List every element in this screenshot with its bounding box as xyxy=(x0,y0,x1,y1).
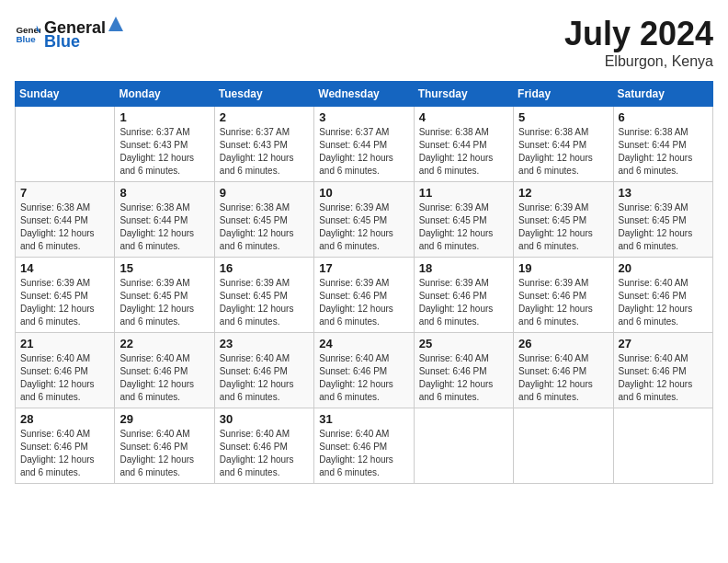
day-number: 15 xyxy=(119,261,209,275)
location-title: Elburgon, Kenya xyxy=(564,53,713,70)
day-number: 6 xyxy=(619,110,708,124)
calendar-cell: 27Sunrise: 6:40 AM Sunset: 6:46 PM Dayli… xyxy=(613,333,712,408)
day-info: Sunrise: 6:40 AM Sunset: 6:46 PM Dayligh… xyxy=(619,277,708,328)
calendar-cell xyxy=(613,408,712,484)
day-number: 16 xyxy=(220,261,309,275)
calendar-cell: 9Sunrise: 6:38 AM Sunset: 6:45 PM Daylig… xyxy=(214,182,313,258)
calendar-week-row: 1Sunrise: 6:37 AM Sunset: 6:43 PM Daylig… xyxy=(16,107,713,182)
weekday-header-thursday: Thursday xyxy=(414,82,513,107)
day-number: 30 xyxy=(220,412,309,426)
weekday-header-monday: Monday xyxy=(115,82,214,107)
day-number: 29 xyxy=(119,412,209,426)
day-number: 23 xyxy=(220,337,309,350)
day-info: Sunrise: 6:40 AM Sunset: 6:46 PM Dayligh… xyxy=(119,352,209,404)
day-info: Sunrise: 6:39 AM Sunset: 6:45 PM Dayligh… xyxy=(119,277,209,328)
calendar-cell: 13Sunrise: 6:39 AM Sunset: 6:45 PM Dayli… xyxy=(613,182,712,258)
day-number: 21 xyxy=(20,337,109,350)
page-header: General Blue General Blue July 2024 Elbu… xyxy=(15,15,713,70)
day-number: 8 xyxy=(119,186,209,200)
month-title: July 2024 xyxy=(564,15,713,53)
day-info: Sunrise: 6:38 AM Sunset: 6:44 PM Dayligh… xyxy=(20,201,109,253)
day-info: Sunrise: 6:38 AM Sunset: 6:44 PM Dayligh… xyxy=(119,201,209,253)
day-number: 14 xyxy=(20,261,109,275)
day-number: 1 xyxy=(119,110,209,124)
day-info: Sunrise: 6:40 AM Sunset: 6:46 PM Dayligh… xyxy=(319,428,408,479)
weekday-header-wednesday: Wednesday xyxy=(314,82,414,107)
calendar-cell: 21Sunrise: 6:40 AM Sunset: 6:46 PM Dayli… xyxy=(16,333,115,408)
day-number: 28 xyxy=(20,412,109,426)
calendar-cell: 10Sunrise: 6:39 AM Sunset: 6:45 PM Dayli… xyxy=(314,182,414,258)
day-number: 11 xyxy=(419,186,508,200)
calendar-week-row: 7Sunrise: 6:38 AM Sunset: 6:44 PM Daylig… xyxy=(16,182,713,258)
day-info: Sunrise: 6:39 AM Sunset: 6:46 PM Dayligh… xyxy=(419,277,508,328)
day-info: Sunrise: 6:39 AM Sunset: 6:45 PM Dayligh… xyxy=(619,201,708,253)
calendar-cell: 16Sunrise: 6:39 AM Sunset: 6:45 PM Dayli… xyxy=(214,258,313,333)
day-info: Sunrise: 6:38 AM Sunset: 6:44 PM Dayligh… xyxy=(419,126,508,178)
calendar-cell: 11Sunrise: 6:39 AM Sunset: 6:45 PM Dayli… xyxy=(414,182,513,258)
day-number: 3 xyxy=(319,110,408,124)
day-info: Sunrise: 6:40 AM Sunset: 6:46 PM Dayligh… xyxy=(20,352,109,404)
day-info: Sunrise: 6:40 AM Sunset: 6:46 PM Dayligh… xyxy=(319,352,408,404)
calendar-cell: 19Sunrise: 6:39 AM Sunset: 6:46 PM Dayli… xyxy=(514,258,613,333)
calendar-week-row: 28Sunrise: 6:40 AM Sunset: 6:46 PM Dayli… xyxy=(16,408,713,484)
calendar-cell: 2Sunrise: 6:37 AM Sunset: 6:43 PM Daylig… xyxy=(214,107,313,182)
day-info: Sunrise: 6:40 AM Sunset: 6:46 PM Dayligh… xyxy=(20,428,109,479)
calendar-cell xyxy=(16,107,115,182)
day-info: Sunrise: 6:39 AM Sunset: 6:46 PM Dayligh… xyxy=(319,277,408,328)
day-number: 25 xyxy=(419,337,508,350)
day-number: 17 xyxy=(319,261,408,275)
day-info: Sunrise: 6:40 AM Sunset: 6:46 PM Dayligh… xyxy=(220,352,309,404)
title-area: July 2024 Elburgon, Kenya xyxy=(564,15,713,70)
day-info: Sunrise: 6:37 AM Sunset: 6:44 PM Dayligh… xyxy=(319,126,408,178)
day-info: Sunrise: 6:38 AM Sunset: 6:44 PM Dayligh… xyxy=(619,126,708,178)
calendar-cell: 26Sunrise: 6:40 AM Sunset: 6:46 PM Dayli… xyxy=(514,333,613,408)
weekday-header-row: SundayMondayTuesdayWednesdayThursdayFrid… xyxy=(16,82,713,107)
day-info: Sunrise: 6:38 AM Sunset: 6:44 PM Dayligh… xyxy=(518,126,608,178)
weekday-header-sunday: Sunday xyxy=(16,82,115,107)
calendar-cell: 4Sunrise: 6:38 AM Sunset: 6:44 PM Daylig… xyxy=(414,107,513,182)
calendar-cell: 31Sunrise: 6:40 AM Sunset: 6:46 PM Dayli… xyxy=(314,408,414,484)
weekday-header-tuesday: Tuesday xyxy=(214,82,313,107)
day-number: 13 xyxy=(619,186,708,200)
day-number: 31 xyxy=(319,412,408,426)
day-info: Sunrise: 6:39 AM Sunset: 6:45 PM Dayligh… xyxy=(319,201,408,253)
day-info: Sunrise: 6:39 AM Sunset: 6:45 PM Dayligh… xyxy=(419,201,508,253)
day-info: Sunrise: 6:40 AM Sunset: 6:46 PM Dayligh… xyxy=(619,352,708,404)
calendar-cell xyxy=(514,408,613,484)
day-info: Sunrise: 6:40 AM Sunset: 6:46 PM Dayligh… xyxy=(419,352,508,404)
day-info: Sunrise: 6:39 AM Sunset: 6:45 PM Dayligh… xyxy=(220,277,309,328)
day-info: Sunrise: 6:37 AM Sunset: 6:43 PM Dayligh… xyxy=(220,126,309,178)
day-number: 22 xyxy=(119,337,209,350)
day-number: 24 xyxy=(319,337,408,350)
day-number: 10 xyxy=(319,186,408,200)
day-info: Sunrise: 6:39 AM Sunset: 6:45 PM Dayligh… xyxy=(20,277,109,328)
logo-triangle-icon xyxy=(107,15,125,33)
calendar-cell: 8Sunrise: 6:38 AM Sunset: 6:44 PM Daylig… xyxy=(115,182,214,258)
logo: General Blue General Blue xyxy=(15,15,126,52)
day-number: 9 xyxy=(220,186,309,200)
calendar-cell: 29Sunrise: 6:40 AM Sunset: 6:46 PM Dayli… xyxy=(115,408,214,484)
day-number: 18 xyxy=(419,261,508,275)
day-number: 7 xyxy=(20,186,109,200)
day-info: Sunrise: 6:37 AM Sunset: 6:43 PM Dayligh… xyxy=(119,126,209,178)
calendar-cell: 3Sunrise: 6:37 AM Sunset: 6:44 PM Daylig… xyxy=(314,107,414,182)
calendar-cell: 1Sunrise: 6:37 AM Sunset: 6:43 PM Daylig… xyxy=(115,107,214,182)
day-info: Sunrise: 6:40 AM Sunset: 6:46 PM Dayligh… xyxy=(220,428,309,479)
calendar-cell: 5Sunrise: 6:38 AM Sunset: 6:44 PM Daylig… xyxy=(514,107,613,182)
calendar-cell: 22Sunrise: 6:40 AM Sunset: 6:46 PM Dayli… xyxy=(115,333,214,408)
weekday-header-friday: Friday xyxy=(514,82,613,107)
calendar-cell: 14Sunrise: 6:39 AM Sunset: 6:45 PM Dayli… xyxy=(16,258,115,333)
calendar-week-row: 21Sunrise: 6:40 AM Sunset: 6:46 PM Dayli… xyxy=(16,333,713,408)
calendar-cell: 17Sunrise: 6:39 AM Sunset: 6:46 PM Dayli… xyxy=(314,258,414,333)
calendar-cell: 15Sunrise: 6:39 AM Sunset: 6:45 PM Dayli… xyxy=(115,258,214,333)
day-number: 19 xyxy=(518,261,608,275)
calendar-cell xyxy=(414,408,513,484)
day-number: 26 xyxy=(518,337,608,350)
day-number: 5 xyxy=(518,110,608,124)
calendar-cell: 18Sunrise: 6:39 AM Sunset: 6:46 PM Dayli… xyxy=(414,258,513,333)
day-info: Sunrise: 6:40 AM Sunset: 6:46 PM Dayligh… xyxy=(119,428,209,479)
logo-icon: General Blue xyxy=(15,20,40,46)
calendar-cell: 25Sunrise: 6:40 AM Sunset: 6:46 PM Dayli… xyxy=(414,333,513,408)
calendar-cell: 28Sunrise: 6:40 AM Sunset: 6:46 PM Dayli… xyxy=(16,408,115,484)
day-info: Sunrise: 6:39 AM Sunset: 6:45 PM Dayligh… xyxy=(518,201,608,253)
